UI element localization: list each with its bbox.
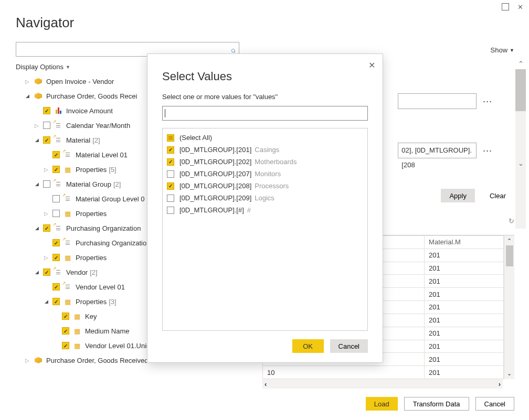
- expand-icon[interactable]: [24, 93, 30, 99]
- table-cell: 201: [425, 275, 504, 288]
- dialog-close-button[interactable]: ✕: [368, 60, 375, 70]
- value-item[interactable]: [0D_MTLGROUP].[202]Motherboards: [164, 156, 366, 168]
- display-options-label: Display Options: [16, 63, 64, 71]
- parameter-input-1[interactable]: [398, 93, 477, 109]
- checkbox[interactable]: [62, 327, 69, 335]
- dialog-title: Select Values: [162, 70, 368, 83]
- value-description: Logics: [255, 194, 274, 202]
- panel-vertical-scrollbar[interactable]: ⌃ ⌄: [515, 60, 526, 238]
- table-cell: 201: [425, 327, 504, 340]
- chevron-down-icon: ▼: [66, 64, 70, 70]
- table-cell: 201: [425, 353, 504, 366]
- cancel-button[interactable]: Cancel: [475, 397, 514, 411]
- expand-icon[interactable]: [24, 358, 30, 363]
- expand-icon[interactable]: [43, 211, 49, 217]
- column-header[interactable]: Material.M: [425, 236, 504, 249]
- table-cell: 201: [425, 366, 504, 379]
- dialog-subtitle: Select one or more values for "values": [162, 93, 368, 101]
- tree-item-label: Invoice Amount: [66, 107, 113, 115]
- table-icon: [72, 341, 82, 350]
- expand-icon[interactable]: [43, 299, 49, 304]
- refresh-preview-icon[interactable]: ↻: [509, 217, 514, 225]
- tree-item-label: Medium Name: [85, 327, 130, 335]
- tree-item-label: Key: [85, 313, 97, 320]
- load-button[interactable]: Load: [366, 397, 398, 411]
- table-icon: [72, 327, 82, 335]
- parameter-input-2[interactable]: 02], [0D_MTLGROUP].[208: [398, 143, 477, 158]
- parameter-browse-2[interactable]: ···: [483, 145, 492, 156]
- table-horizontal-scrollbar[interactable]: ‹ ›: [262, 379, 503, 389]
- scroll-thumb[interactable]: [506, 245, 513, 266]
- select-all-checkbox[interactable]: [167, 134, 174, 142]
- dialog-cancel-button[interactable]: Cancel: [330, 339, 368, 353]
- select-all-label: (Select All): [179, 134, 212, 142]
- page-title: Navigator: [16, 15, 74, 31]
- expand-icon[interactable]: [43, 255, 49, 261]
- checkbox[interactable]: [43, 107, 50, 114]
- checkbox[interactable]: [43, 122, 50, 129]
- checkbox[interactable]: [62, 342, 69, 349]
- checkbox[interactable]: [52, 283, 60, 290]
- expand-icon[interactable]: [24, 79, 30, 84]
- checkbox[interactable]: [43, 180, 50, 188]
- show-dropdown[interactable]: Show ▼: [491, 46, 514, 54]
- checkbox[interactable]: [167, 182, 174, 190]
- checkbox[interactable]: [167, 158, 174, 166]
- scroll-up-icon[interactable]: ⌃: [507, 238, 512, 244]
- checkbox[interactable]: [43, 224, 50, 232]
- value-item[interactable]: [0D_MTLGROUP].[207]Monitors: [164, 168, 366, 180]
- scroll-down-icon[interactable]: ⌄: [507, 370, 512, 377]
- scroll-right-icon[interactable]: ›: [499, 380, 501, 388]
- value-item[interactable]: [0D_MTLGROUP].[#]#: [164, 204, 366, 216]
- checkbox[interactable]: [52, 195, 60, 202]
- checkbox[interactable]: [52, 298, 60, 305]
- table-cell: 201: [425, 340, 504, 353]
- table-cell: 201: [425, 301, 504, 314]
- tree-item-label: Properties: [76, 254, 107, 262]
- dialog-ok-button[interactable]: OK: [292, 339, 324, 353]
- parameter-browse-1[interactable]: ···: [483, 96, 492, 107]
- checkbox[interactable]: [167, 146, 174, 154]
- tree-item-label: Vendor: [66, 268, 88, 276]
- apply-button[interactable]: Apply: [441, 189, 475, 202]
- scroll-left-icon[interactable]: ‹: [264, 380, 267, 388]
- expand-icon[interactable]: [34, 123, 40, 128]
- maximize-button[interactable]: [502, 3, 509, 10]
- transform-data-button[interactable]: Transform Data: [404, 397, 469, 411]
- value-description: Processors: [255, 182, 289, 190]
- expand-icon[interactable]: [34, 137, 40, 143]
- checkbox[interactable]: [52, 151, 60, 158]
- table-cell: 201: [425, 262, 504, 275]
- expand-icon[interactable]: [43, 167, 49, 173]
- checkbox[interactable]: [52, 210, 60, 217]
- checkbox[interactable]: [52, 239, 60, 246]
- table-vertical-scrollbar[interactable]: ⌃ ⌄: [504, 235, 514, 379]
- tree-item-count: [2]: [92, 136, 100, 144]
- value-item[interactable]: [0D_MTLGROUP].[201]Casings: [164, 144, 366, 156]
- close-button[interactable]: ✕: [516, 3, 524, 10]
- checkbox[interactable]: [43, 136, 50, 144]
- checkbox[interactable]: [167, 170, 174, 178]
- checkbox[interactable]: [52, 254, 60, 261]
- checkbox[interactable]: [167, 207, 174, 214]
- expand-icon[interactable]: [34, 181, 40, 187]
- tree-item-label: Purchasing Organization: [66, 224, 141, 232]
- dialog-filter-input[interactable]: [162, 106, 368, 121]
- checkbox[interactable]: [62, 313, 69, 320]
- hierarchy-icon: [63, 195, 72, 203]
- clear-button[interactable]: Clear: [481, 189, 514, 202]
- scroll-up-icon[interactable]: ⌃: [515, 60, 526, 68]
- hierarchy-icon: [54, 180, 63, 188]
- value-item[interactable]: [0D_MTLGROUP].[208]Processors: [164, 180, 366, 192]
- cube-icon: [34, 92, 43, 100]
- hierarchy-icon: [54, 268, 63, 276]
- scroll-thumb[interactable]: [515, 69, 526, 111]
- value-code: [0D_MTLGROUP].[208]: [179, 182, 251, 190]
- checkbox[interactable]: [52, 166, 60, 173]
- checkbox[interactable]: [43, 268, 50, 276]
- scroll-down-icon[interactable]: ⌄: [515, 159, 526, 167]
- value-item[interactable]: [0D_MTLGROUP].[209]Logics: [164, 192, 366, 204]
- expand-icon[interactable]: [34, 225, 40, 231]
- expand-icon[interactable]: [34, 270, 40, 275]
- checkbox[interactable]: [167, 195, 174, 202]
